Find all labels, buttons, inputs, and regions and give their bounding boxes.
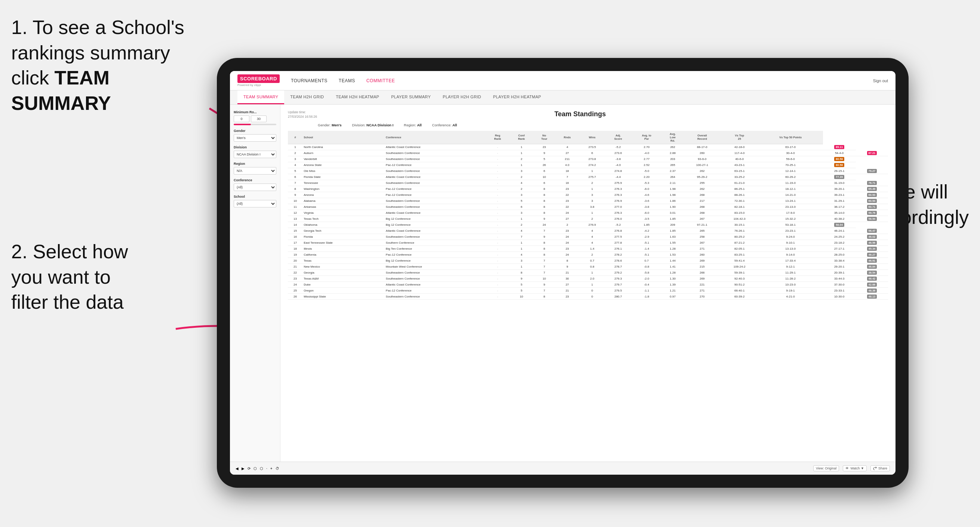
- table-cell: 3: [510, 210, 533, 216]
- table-cell: 279.3: [605, 275, 632, 281]
- table-cell: -: [486, 174, 510, 180]
- table-cell: 276.9: [605, 198, 632, 204]
- watch-button[interactable]: 👁 Watch ▼: [843, 465, 867, 471]
- filter-minimum-inputs: [234, 116, 276, 122]
- table-cell: -0.8: [631, 264, 662, 270]
- table-cell: 70-25-1: [758, 162, 823, 168]
- table-cell: 35-14-0: [823, 210, 856, 216]
- sign-out-button[interactable]: Sign out: [873, 78, 888, 83]
- table-cell: 30-4-0: [758, 150, 823, 156]
- table-cell: -0.4: [631, 281, 662, 287]
- table-cell: 19: [288, 252, 302, 257]
- table-cell: 87.21: [856, 150, 888, 156]
- table-cell: 9: [510, 275, 533, 281]
- table-cell: Illinois: [302, 246, 385, 252]
- table-cell: 13-13-0: [758, 246, 823, 252]
- share-button[interactable]: Share: [870, 465, 890, 471]
- tool-dot[interactable]: ·: [266, 467, 267, 471]
- table-cell: Pac-12 Conference: [385, 192, 486, 198]
- table-cell: California: [302, 252, 385, 257]
- table-cell: 9: [533, 150, 555, 156]
- table-cell: Big 12 Conference: [385, 216, 486, 222]
- filter-gender-select[interactable]: Men's: [234, 134, 276, 142]
- nav-committee[interactable]: COMMITTEE: [366, 77, 395, 85]
- tool-hex2[interactable]: ⬡: [260, 467, 263, 471]
- table-cell: 29-20-1: [823, 264, 856, 270]
- filter-region-select[interactable]: N/A: [234, 167, 276, 175]
- table-cell: East Tennessee State: [302, 240, 385, 246]
- table-cell: 0: [579, 287, 605, 294]
- filter-division-select[interactable]: NCAA Division I: [234, 151, 276, 158]
- table-cell: 37-30-0: [823, 281, 856, 287]
- table-cell: 275.9: [605, 180, 632, 186]
- table-row: 6Florida StateAtlantic Coast Conference-…: [288, 174, 888, 180]
- filter-school-select[interactable]: (All): [234, 200, 276, 208]
- table-cell: 5: [510, 287, 533, 294]
- table-cell: 23: [555, 198, 579, 204]
- tool-back[interactable]: ◀: [235, 467, 239, 471]
- tool-hex1[interactable]: ⬡: [253, 467, 257, 471]
- table-cell: 17: [288, 240, 302, 246]
- tool-timer[interactable]: ⏱: [275, 467, 279, 471]
- table-cell: 2: [510, 156, 533, 162]
- table-row: 19CaliforniaPac-12 Conference-48242278.2…: [288, 252, 888, 257]
- tool-forward[interactable]: ▶: [242, 467, 245, 471]
- table-cell: Mississippi State: [302, 294, 385, 299]
- table-cell: -: [486, 168, 510, 174]
- table-cell: -: [486, 180, 510, 186]
- table-cell: 43-23-1: [721, 162, 758, 168]
- slider-bar[interactable]: [234, 124, 276, 125]
- filter-min-input[interactable]: [234, 116, 250, 122]
- table-cell: 18: [288, 246, 302, 252]
- filter-conference-select[interactable]: (All): [234, 184, 276, 191]
- table-cell: 21: [555, 287, 579, 294]
- table-cell: -4.0: [605, 162, 632, 168]
- tab-player-h2h-grid[interactable]: PLAYER H2H GRID: [437, 90, 487, 104]
- tool-refresh[interactable]: ⟳: [248, 467, 250, 471]
- table-cell: -: [486, 186, 510, 192]
- table-cell: Tennessee: [302, 180, 385, 186]
- table-cell: 1: [579, 270, 605, 275]
- table-cell: 4: [510, 252, 533, 257]
- filter-gender-label: Gender: [234, 129, 276, 133]
- filter-max-input[interactable]: [251, 116, 267, 122]
- view-original-button[interactable]: View: Original: [813, 465, 839, 471]
- table-cell: 268: [684, 192, 721, 198]
- table-cell: 279.2: [605, 270, 632, 275]
- table-cell: 2.20: [631, 174, 662, 180]
- table-cell: 77.39: [823, 174, 856, 180]
- nav-teams[interactable]: TEAMS: [339, 77, 355, 85]
- table-cell: 14: [288, 222, 302, 228]
- table-cell: North Carolina: [302, 144, 385, 150]
- table-cell: 1: [510, 162, 533, 168]
- tool-plus[interactable]: +: [270, 467, 272, 471]
- table-cell: 82-05-1: [721, 246, 758, 252]
- table-cell: 80.58: [823, 156, 856, 162]
- table-cell: 274.2: [579, 162, 605, 168]
- standings-table: # School Conference RegRank ConfRank NoT…: [288, 131, 888, 300]
- nav-tournaments[interactable]: TOURNAMENTS: [291, 77, 328, 85]
- table-cell: -: [486, 264, 510, 270]
- table-cell: 48.42: [856, 275, 888, 281]
- table-cell: -: [486, 246, 510, 252]
- table-cell: Atlantic Coast Conference: [385, 174, 486, 180]
- tab-team-summary[interactable]: TEAM SUMMARY: [237, 90, 284, 104]
- table-cell: -5.1: [631, 252, 662, 257]
- table-cell: 4: [579, 240, 605, 246]
- table-cell: Virginia: [302, 210, 385, 216]
- table-row: 21New MexicoMountain West Conference-179…: [288, 264, 888, 270]
- filter-region-label: Region: [234, 162, 276, 165]
- table-cell: 11-19-0: [758, 180, 823, 186]
- table-cell: 8: [533, 186, 555, 192]
- tab-player-summary[interactable]: PLAYER SUMMARY: [385, 90, 437, 104]
- division-filter-value: NCAA Division I: [366, 123, 393, 127]
- table-cell: 1.39: [662, 281, 684, 287]
- tab-team-h2h-heatmap[interactable]: TEAM H2H HEATMAP: [330, 90, 385, 104]
- bottom-tools: ◀ ▶ ⟳ ⬡ ⬡ · + ⏱: [235, 467, 279, 471]
- table-cell: 276.9: [579, 222, 605, 228]
- table-cell: 21: [288, 264, 302, 270]
- tab-player-h2h-heatmap[interactable]: PLAYER H2H HEATMAP: [487, 90, 547, 104]
- table-cell: Big Ten Conference: [385, 246, 486, 252]
- tab-team-h2h-grid[interactable]: TEAM H2H GRID: [284, 90, 330, 104]
- table-cell: 4: [579, 233, 605, 240]
